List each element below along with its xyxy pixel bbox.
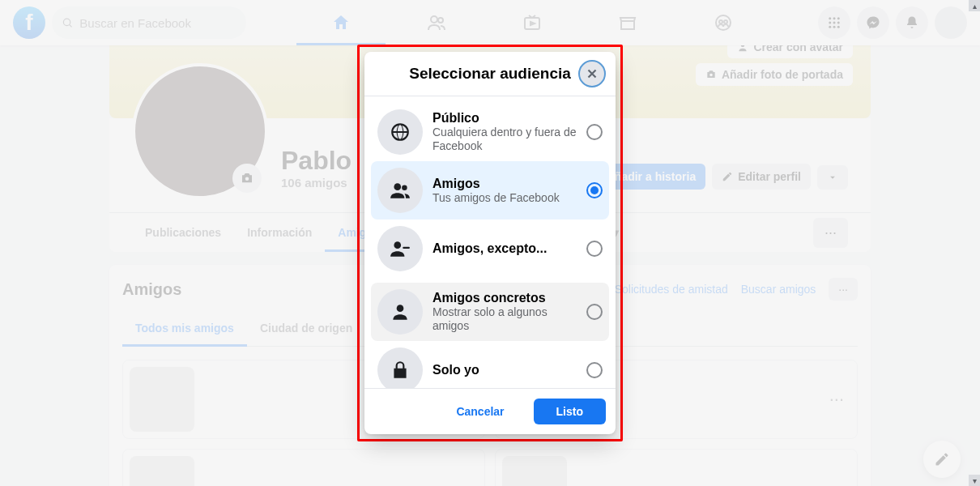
highlight-ring: Seleccionar audiencia Público Cualquiera…: [357, 45, 623, 441]
svg-point-19: [394, 183, 401, 190]
modal-wrap: Seleccionar audiencia Público Cualquiera…: [357, 45, 623, 441]
audience-text: Público Cualquiera dentro y fuera de Fac…: [432, 111, 577, 153]
svg-point-23: [397, 305, 404, 312]
audience-option-specific[interactable]: Amigos concretos Mostrar solo a algunos …: [371, 283, 609, 341]
option-sub: Tus amigos de Facebook: [432, 191, 577, 205]
audience-text: Amigos concretos Mostrar solo a algunos …: [432, 291, 577, 333]
friends-except-icon: [377, 226, 423, 271]
scroll-down-arrow[interactable]: ▾: [969, 475, 980, 486]
modal-body: Público Cualquiera dentro y fuera de Fac…: [364, 96, 616, 388]
audience-option-public[interactable]: Público Cualquiera dentro y fuera de Fac…: [371, 103, 609, 161]
scroll-up-arrow[interactable]: ▴: [969, 0, 980, 11]
option-title: Amigos concretos: [432, 291, 577, 305]
svg-rect-22: [403, 247, 410, 249]
friends-icon: [377, 168, 423, 213]
specific-icon: [377, 289, 423, 335]
option-title: Amigos: [432, 177, 577, 191]
close-icon: [585, 66, 599, 81]
radio[interactable]: [586, 241, 603, 257]
radio[interactable]: [586, 182, 603, 198]
cancel-button[interactable]: Cancelar: [433, 399, 526, 424]
option-title: Público: [432, 111, 577, 126]
svg-point-21: [394, 241, 401, 249]
svg-point-20: [402, 185, 407, 191]
audience-option-friends[interactable]: Amigos Tus amigos de Facebook: [371, 161, 609, 220]
close-button[interactable]: [578, 60, 606, 87]
audience-text: Solo yo: [432, 363, 577, 377]
radio[interactable]: [586, 124, 603, 140]
audience-text: Amigos Tus amigos de Facebook: [432, 177, 577, 205]
lock-icon: [377, 347, 423, 388]
globe-icon: [377, 109, 423, 155]
option-sub: Cualquiera dentro y fuera de Facebook: [432, 126, 577, 153]
radio[interactable]: [586, 362, 603, 378]
option-title: Solo yo: [432, 363, 577, 377]
audience-modal: Seleccionar audiencia Público Cualquiera…: [364, 52, 616, 434]
audience-option-except[interactable]: Amigos, excepto...: [371, 220, 609, 278]
done-button[interactable]: Listo: [534, 399, 606, 424]
audience-text: Amigos, excepto...: [432, 241, 577, 256]
radio[interactable]: [586, 304, 603, 320]
modal-footer: Cancelar Listo: [364, 388, 616, 434]
option-sub: Mostrar solo a algunos amigos: [432, 305, 577, 333]
modal-title: Seleccionar audiencia: [377, 65, 603, 83]
audience-option-only-me[interactable]: Solo yo: [371, 341, 609, 388]
modal-header: Seleccionar audiencia: [364, 52, 616, 96]
option-title: Amigos, excepto...: [432, 241, 577, 256]
